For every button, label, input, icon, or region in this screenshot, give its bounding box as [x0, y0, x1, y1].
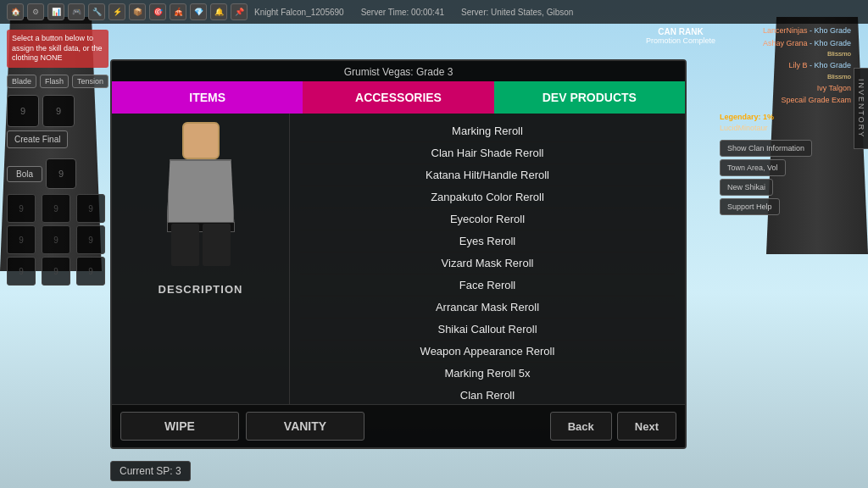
char-head — [182, 122, 220, 159]
right-panel: INVENTORY — [853, 68, 868, 149]
spec-3: Blissmo — [720, 72, 851, 82]
hud-icon-1[interactable]: 🏠 — [7, 3, 24, 20]
hud-icon-6[interactable]: ⚡ — [108, 3, 125, 20]
panel-content: DESCRIPTION Marking Reroll Clan Hair Sha… — [112, 114, 685, 404]
hud-icon-9[interactable]: 🎪 — [170, 3, 186, 20]
user-entry-2: Ashay Grana - Kho Grade Blissmo — [720, 38, 851, 60]
legendary-detail: LucidMinotaur — [720, 123, 851, 135]
tab-items[interactable]: ITEMS — [112, 81, 303, 114]
list-item[interactable]: Katana Hilt/Handle Reroll — [300, 164, 675, 186]
vanity-button[interactable]: VANITY — [246, 412, 364, 441]
username-5: Specail Grade Exam — [781, 96, 851, 104]
role-row: Bola 9 — [7, 158, 108, 189]
hud-icon-2[interactable]: ⚙ — [27, 3, 44, 20]
can-rank-subtitle: Promotion Complete — [646, 36, 715, 45]
username-4: Ivy Talgon — [817, 84, 851, 92]
tab-dev-products[interactable]: DEV PRODUCTS — [494, 81, 685, 114]
wipe-button[interactable]: WIPE — [120, 412, 239, 441]
flash-button[interactable]: Flash — [40, 75, 69, 88]
list-item[interactable]: Marking Reroll — [300, 120, 675, 142]
user-list: LancerNinjas - Kho Grade Ashay Grana - K… — [720, 25, 851, 215]
small-slot-4[interactable]: 9 — [7, 225, 36, 254]
small-slot-8[interactable]: 9 — [42, 257, 70, 286]
small-slot-5[interactable]: 9 — [42, 225, 70, 254]
user-entry-4: Ivy Talgon — [720, 83, 851, 95]
inventory-tab[interactable]: INVENTORY — [854, 68, 868, 149]
player-name: Knight Falcon_1205690 — [254, 8, 344, 17]
list-item[interactable]: Clan Hair Shade Reroll — [300, 142, 675, 164]
grade-3: - Kho Grade — [810, 61, 851, 69]
next-button[interactable]: Next — [617, 412, 676, 441]
hud-icon-3[interactable]: 📊 — [47, 3, 64, 20]
slot-number-2: 9 — [56, 106, 61, 116]
extra-btn-2[interactable]: New Shikai — [720, 179, 773, 196]
hud-icon-12[interactable]: 📌 — [231, 3, 248, 20]
can-rank-title: CAN RANK — [646, 27, 715, 36]
spec-2: Blissmo — [720, 49, 851, 59]
hud-icon-8[interactable]: 🎯 — [149, 3, 166, 20]
main-inventory-panel: Grumist Vegas: Grade 3 ITEMS ACCESSORIES… — [110, 59, 687, 449]
nav-buttons: Back Next — [550, 412, 676, 441]
server-location: Server: United States, Gibson — [461, 8, 573, 17]
hud-icon-7[interactable]: 📦 — [129, 3, 146, 20]
grade-1: - Kho Grade — [810, 26, 851, 35]
username-2: Ashay Grana — [763, 39, 808, 47]
blade-button[interactable]: Blade — [7, 75, 36, 88]
hud-icon-10[interactable]: 💎 — [190, 3, 207, 20]
list-item[interactable]: Arrancar Mask Reroll — [300, 297, 675, 319]
list-item[interactable]: Vizard Mask Reroll — [300, 252, 675, 274]
char-body — [167, 159, 235, 227]
sp-display: Current SP: 3 — [110, 461, 191, 481]
small-slot-9[interactable]: 9 — [76, 257, 105, 286]
list-item[interactable]: Face Reroll — [300, 274, 675, 297]
bottom-bar: WIPE VANITY Back Next — [112, 404, 685, 447]
list-item[interactable]: Marking Reroll 5x — [300, 363, 675, 385]
show-clan-button[interactable]: Show Clan Information — [720, 140, 812, 157]
hud-icons: 🏠 ⚙ 📊 🎮 🔧 ⚡ 📦 🎯 🎪 💎 🔔 📌 — [7, 3, 248, 20]
left-panel: Select a button below to assign the skil… — [7, 30, 108, 286]
create-final-button[interactable]: Create Final — [7, 130, 68, 148]
dev-products-list[interactable]: Marking Reroll Clan Hair Shade Reroll Ka… — [290, 114, 685, 404]
hud-icon-4[interactable]: 🎮 — [68, 3, 85, 20]
bola-slot[interactable]: 9 — [46, 158, 76, 189]
hud-text: Knight Falcon_1205690 Server Time: 00:00… — [254, 8, 573, 17]
back-button[interactable]: Back — [550, 412, 612, 441]
user-entry-3: Lily B - Kho Grade Blissmo — [720, 60, 851, 82]
char-leg-right — [203, 224, 231, 266]
list-item[interactable]: Zanpakuto Color Reroll — [300, 186, 675, 208]
small-slot-3[interactable]: 9 — [76, 194, 105, 223]
list-item[interactable]: Clan Reroll — [300, 385, 675, 404]
small-slot-7[interactable]: 9 — [7, 257, 36, 286]
extra-btn-3[interactable]: Support Help — [720, 198, 780, 215]
slot-number-1: 9 — [20, 106, 25, 116]
description-label: DESCRIPTION — [159, 283, 243, 296]
small-slot-2[interactable]: 9 — [42, 194, 70, 223]
list-item[interactable]: Eyecolor Reroll — [300, 208, 675, 230]
list-item[interactable]: Shikai Callout Reroll — [300, 319, 675, 341]
bola-slot-num: 9 — [58, 169, 64, 179]
grade-2: - Kho Grade — [810, 39, 851, 47]
skill-slot-1[interactable]: 9 — [7, 95, 39, 127]
small-slot-1[interactable]: 9 — [7, 194, 36, 223]
tab-accessories[interactable]: ACCESSORIES — [303, 81, 493, 114]
bola-button[interactable]: Bola — [7, 166, 42, 182]
can-rank-display: CAN RANK Promotion Complete — [646, 27, 715, 45]
skill-label-row: Blade Flash Tension — [7, 75, 108, 88]
username-3: Lily B — [788, 61, 807, 69]
list-item[interactable]: Eyes Reroll — [300, 230, 675, 252]
user-entry-1: LancerNinjas - Kho Grade — [720, 25, 851, 37]
skill-slot-2[interactable]: 9 — [42, 95, 75, 127]
tension-button[interactable]: Tension — [72, 75, 108, 88]
list-item[interactable]: Weapon Appearance Reroll — [300, 341, 675, 363]
server-time: Server Time: 00:00:41 — [361, 8, 444, 17]
user-entry-5: Specail Grade Exam — [720, 95, 851, 107]
panel-title: Grumist Vegas: Grade 3 — [112, 61, 685, 81]
small-slot-6[interactable]: 9 — [76, 225, 105, 254]
hud-icon-11[interactable]: 🔔 — [210, 3, 227, 20]
character-preview: DESCRIPTION — [112, 114, 290, 404]
hud-icon-5[interactable]: 🔧 — [88, 3, 105, 20]
tabs-row: ITEMS ACCESSORIES DEV PRODUCTS — [112, 81, 685, 114]
small-slots-grid: 9 9 9 9 9 9 9 9 9 — [7, 194, 108, 286]
extra-btn-1[interactable]: Town Area, Vol — [720, 159, 786, 176]
legendary-text: Legendary: 1% — [720, 112, 851, 124]
